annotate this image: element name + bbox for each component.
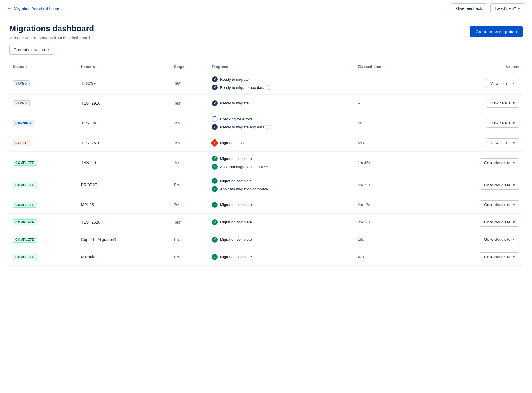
check-dark-icon xyxy=(212,76,218,82)
check-green-icon xyxy=(212,164,218,170)
status-cell: SAVED xyxy=(9,72,77,95)
stage-cell: Test xyxy=(171,214,209,231)
progress-cell: Migration completeApp data migration com… xyxy=(208,174,354,196)
create-migration-section: Create new migration xyxy=(470,26,523,37)
status-badge: COMPLETE xyxy=(13,254,37,260)
back-nav[interactable]: ← Migration Assistant home xyxy=(7,6,59,11)
action-label: View details xyxy=(490,81,510,86)
elapsed-cell: -- xyxy=(354,72,421,95)
migration-name: TEST2510 xyxy=(81,141,100,145)
info-icon[interactable]: i xyxy=(267,125,271,129)
progress-item: Migration complete xyxy=(212,254,351,260)
progress-cell: Checking for errorsReady to migrate app … xyxy=(208,112,354,134)
actions-cell: Go to cloud site xyxy=(421,231,523,248)
name-cell: TEST34 xyxy=(77,112,170,134)
action-button[interactable]: Go to cloud site xyxy=(480,252,519,261)
name-cell: Copied - Migration1 xyxy=(77,231,170,248)
status-cell: COMPLETE xyxy=(9,174,77,196)
check-green-icon xyxy=(212,186,218,192)
status-cell: FAILED xyxy=(9,134,77,152)
status-badge: COMPLETE xyxy=(13,202,37,208)
migration-name: TES299 xyxy=(81,81,96,86)
need-help-button[interactable]: Need help? xyxy=(490,3,525,13)
action-chevron-icon xyxy=(513,122,515,124)
name-cell: PROD27 xyxy=(77,174,170,196)
top-bar: ← Migration Assistant home Give feedback… xyxy=(0,0,532,17)
check-green-icon xyxy=(212,178,218,184)
elapsed-cell: 4s xyxy=(354,112,421,134)
status-badge: RUNNING xyxy=(13,120,34,126)
top-bar-actions: Give feedback Need help? xyxy=(451,3,525,13)
status-cell: COMPLETE xyxy=(9,196,77,214)
migration-name: MPI 25 xyxy=(81,203,94,207)
progress-cell: Migration complete xyxy=(208,231,354,248)
name-cell: TEST2520 xyxy=(77,214,170,231)
migration-name: TEST29 xyxy=(81,160,96,165)
progress-item: Checking for errors xyxy=(212,116,351,122)
table-row: SAVEDTES299TestReady to migrateReady to … xyxy=(9,72,523,95)
col-stage: Stage xyxy=(171,62,209,72)
filter-row: Current migration xyxy=(9,45,523,55)
current-migration-label: Current migration xyxy=(14,47,45,52)
check-green-icon xyxy=(212,219,218,225)
action-button[interactable]: Go to cloud site xyxy=(480,235,519,244)
progress-cell: Migration complete xyxy=(208,248,354,266)
check-dark-icon xyxy=(212,85,218,90)
current-migration-dropdown[interactable]: Current migration xyxy=(9,45,54,55)
action-chevron-icon xyxy=(513,184,515,186)
status-cell: COMPLETE xyxy=(9,248,77,266)
actions-cell: View details xyxy=(421,95,523,112)
status-badge: COMPLETE xyxy=(13,160,37,166)
action-button[interactable]: Go to cloud site xyxy=(480,181,519,190)
action-chevron-icon xyxy=(513,142,515,144)
progress-item: Migration complete xyxy=(212,202,351,208)
table-row: COMPLETEPROD27ProdMigration completeApp … xyxy=(9,174,523,196)
page-header: Migrations dashboard Manage your migrati… xyxy=(9,24,523,40)
action-button[interactable]: View details xyxy=(486,138,519,147)
migration-name: Migration1 xyxy=(81,255,100,259)
create-new-migration-button[interactable]: Create new migration xyxy=(470,26,523,37)
name-cell: Migration1 xyxy=(77,248,170,266)
progress-text: Ready to migrate app data xyxy=(220,85,264,90)
action-label: View details xyxy=(490,141,510,145)
action-button[interactable]: Go to cloud site xyxy=(480,158,519,167)
action-button[interactable]: Go to cloud site xyxy=(480,218,519,227)
status-cell: SAVED xyxy=(9,95,77,112)
progress-text: App data migration complete xyxy=(220,187,268,191)
progress-cell: Migration complete xyxy=(208,196,354,214)
give-feedback-button[interactable]: Give feedback xyxy=(451,3,487,13)
check-dark-icon xyxy=(212,124,218,130)
elapsed-cell: 4m 17s xyxy=(354,196,421,214)
status-badge: COMPLETE xyxy=(13,237,37,243)
table-row: RUNNINGTEST34TestChecking for errorsRead… xyxy=(9,112,523,134)
col-elapsed: Elapsed time xyxy=(354,62,421,72)
info-icon[interactable]: i xyxy=(267,85,271,90)
action-button[interactable]: View details xyxy=(486,99,519,108)
elapsed-cell: 2m 56s xyxy=(354,214,421,231)
status-badge: SAVED xyxy=(13,100,30,106)
migrations-table: Status ↓ Name ⇅ Stage Progress Elapsed t… xyxy=(9,62,523,266)
elapsed-cell: -- xyxy=(354,95,421,112)
actions-cell: Go to cloud site xyxy=(421,174,523,196)
failed-icon xyxy=(211,139,219,147)
action-button[interactable]: View details xyxy=(486,119,519,128)
actions-cell: Go to cloud site xyxy=(421,248,523,266)
progress-text: Checking for errors xyxy=(220,117,252,121)
table-row: FAILEDTEST2510TestMigration failed55sVie… xyxy=(9,134,523,152)
action-button[interactable]: View details xyxy=(486,79,519,88)
action-chevron-icon xyxy=(513,256,515,258)
status-cell: COMPLETE xyxy=(9,231,77,248)
progress-cell: Ready to migrate xyxy=(208,95,354,112)
status-cell: COMPLETE xyxy=(9,214,77,231)
need-help-label: Need help? xyxy=(495,6,516,11)
elapsed-cell: 47s xyxy=(354,248,421,266)
elapsed-cell: 55s xyxy=(354,134,421,152)
page-subtitle: Manage your migrations from this dashboa… xyxy=(9,36,94,40)
check-green-icon xyxy=(212,202,218,208)
col-status[interactable]: Status ↓ xyxy=(9,62,77,72)
progress-text: Ready to migrate xyxy=(220,77,249,82)
col-name[interactable]: Name ⇅ xyxy=(77,62,170,72)
action-button[interactable]: Go to cloud site xyxy=(480,200,519,209)
progress-text: App data migration complete xyxy=(220,165,268,169)
action-chevron-icon xyxy=(513,102,515,104)
